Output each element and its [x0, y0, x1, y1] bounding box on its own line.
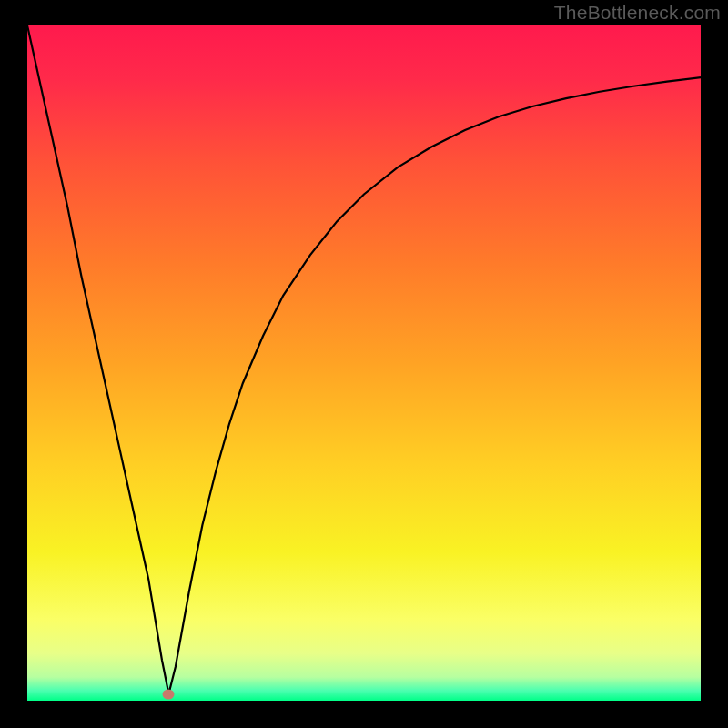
bottleneck-curve-svg — [27, 25, 701, 701]
bottleneck-chart: TheBottleneck.com — [0, 0, 728, 728]
plot-area — [27, 25, 701, 701]
bottleneck-curve-path — [27, 25, 701, 694]
minimum-marker — [163, 689, 175, 699]
watermark-text: TheBottleneck.com — [554, 2, 721, 24]
